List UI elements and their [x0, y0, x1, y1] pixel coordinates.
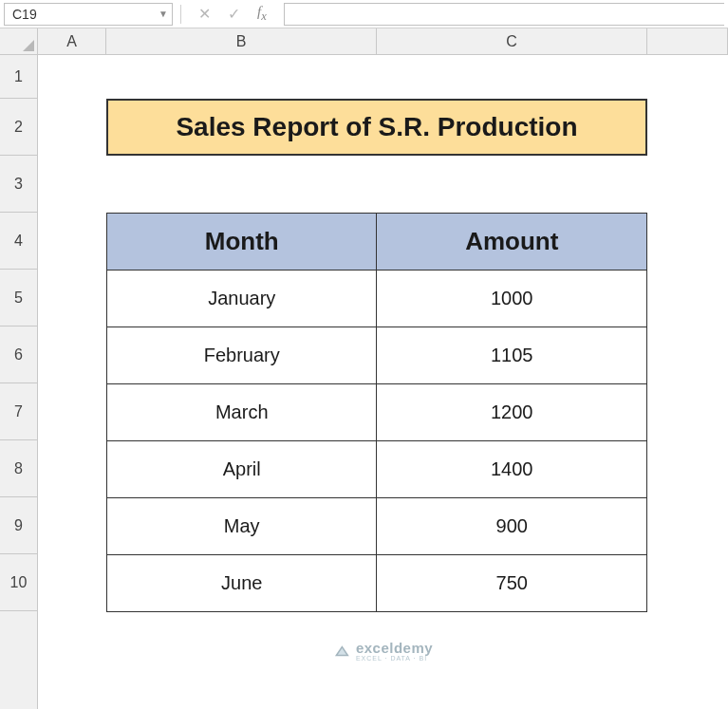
row-header-3[interactable]: 3 [0, 156, 38, 213]
row-header-5[interactable]: 5 [0, 270, 38, 327]
row-header-2[interactable]: 2 [0, 99, 38, 156]
column-header-A[interactable]: A [38, 28, 106, 55]
row-header-6[interactable]: 6 [0, 327, 38, 383]
cell-amount[interactable]: 1105 [377, 327, 647, 384]
cell-month[interactable]: February [107, 327, 377, 384]
table-row: March 1200 [107, 384, 647, 441]
enter-icon[interactable]: ✓ [228, 5, 240, 23]
row-header-10[interactable]: 10 [0, 554, 38, 611]
watermark-tagline: EXCEL · DATA · BI [356, 655, 433, 662]
report-title-cell[interactable]: Sales Report of S.R. Production [106, 99, 647, 156]
fx-icon[interactable]: fx [257, 4, 267, 24]
row-headers: 1 2 3 4 5 6 7 8 9 10 [0, 55, 38, 709]
cell-month[interactable]: June [107, 555, 377, 612]
cells-canvas[interactable]: Sales Report of S.R. Production Month Am… [38, 55, 728, 709]
row-header-1[interactable]: 1 [0, 55, 38, 99]
spreadsheet-area: A B C 1 2 3 4 5 6 7 8 9 10 Sales Report … [0, 28, 728, 709]
header-amount[interactable]: Amount [377, 214, 647, 271]
cell-month[interactable]: January [107, 271, 377, 327]
cell-amount[interactable]: 1400 [377, 441, 647, 498]
formula-input[interactable] [284, 3, 724, 26]
report-title: Sales Report of S.R. Production [176, 112, 577, 142]
cell-month[interactable]: May [107, 498, 377, 555]
row-header-4[interactable]: 4 [0, 213, 38, 270]
row-header-rest [0, 611, 38, 709]
name-box-value: C19 [12, 7, 37, 22]
divider [180, 5, 181, 24]
cell-amount[interactable]: 1200 [377, 384, 647, 441]
cell-amount[interactable]: 750 [377, 555, 647, 612]
table-row: May 900 [107, 498, 647, 555]
table-row: June 750 [107, 555, 647, 612]
watermark-logo-icon [333, 643, 350, 660]
watermark: exceldemy EXCEL · DATA · BI [333, 641, 433, 662]
cell-amount[interactable]: 900 [377, 498, 647, 555]
sales-table: Month Amount January 1000 February 1105 … [106, 213, 647, 612]
name-box[interactable]: C19 ▼ [4, 3, 173, 26]
cell-month[interactable]: March [107, 384, 377, 441]
row-header-7[interactable]: 7 [0, 383, 38, 440]
row-header-8[interactable]: 8 [0, 440, 38, 497]
row-header-9[interactable]: 9 [0, 497, 38, 554]
watermark-text: exceldemy EXCEL · DATA · BI [356, 641, 433, 662]
watermark-brand: exceldemy [356, 641, 433, 655]
formula-bar: C19 ▼ ✕ ✓ fx [0, 0, 728, 28]
cell-amount[interactable]: 1000 [377, 271, 647, 327]
header-month[interactable]: Month [107, 214, 377, 271]
column-header-B[interactable]: B [106, 28, 377, 55]
table-header-row: Month Amount [107, 214, 647, 271]
column-headers-row: A B C [0, 28, 728, 55]
column-header-rest [647, 28, 728, 55]
column-header-C[interactable]: C [377, 28, 647, 55]
grid-body: 1 2 3 4 5 6 7 8 9 10 Sales Report of S.R… [0, 55, 728, 709]
formula-bar-controls: ✕ ✓ fx [189, 4, 276, 24]
name-box-dropdown-icon[interactable]: ▼ [159, 9, 168, 19]
table-row: April 1400 [107, 441, 647, 498]
table-row: January 1000 [107, 271, 647, 327]
cancel-icon[interactable]: ✕ [198, 5, 211, 23]
cell-month[interactable]: April [107, 441, 377, 498]
select-all-button[interactable] [0, 28, 38, 55]
table-row: February 1105 [107, 327, 647, 384]
